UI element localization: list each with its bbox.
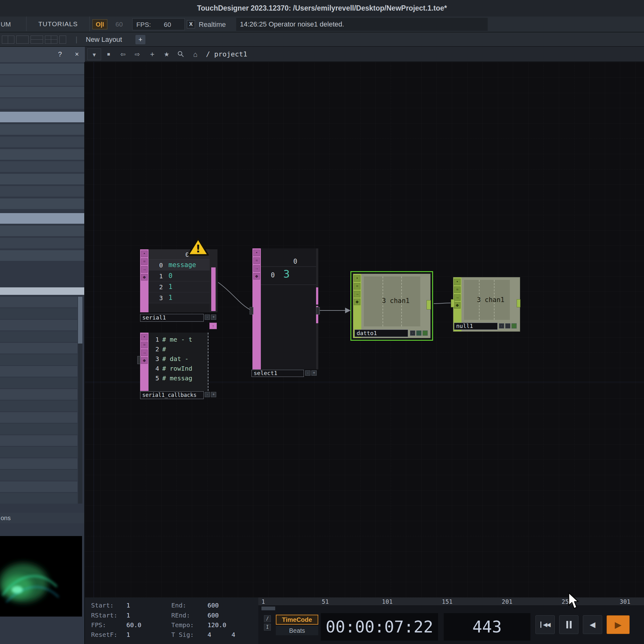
play-reverse-button[interactable]: ◀ [583, 615, 602, 634]
wire-flag-icon[interactable]: ≈ [253, 257, 260, 264]
list-item[interactable] [0, 198, 84, 209]
input-connector[interactable] [451, 299, 455, 307]
scrollbar-thumb[interactable] [78, 297, 82, 344]
pause-button[interactable] [559, 615, 578, 634]
list-item[interactable] [0, 149, 84, 160]
node-serial1[interactable]: • ≈ → ◆ 0 0 message 1 0 2 1 [140, 249, 217, 312]
add-chip-icon[interactable]: + [211, 392, 216, 397]
dat-scroll-rail[interactable] [210, 249, 217, 312]
list-item[interactable] [0, 64, 84, 74]
list-item-selected[interactable] [0, 112, 84, 122]
wire-flag-icon[interactable]: ≈ [454, 286, 461, 293]
list-section-header[interactable] [0, 287, 84, 295]
home-icon[interactable]: ⌂ [188, 48, 202, 60]
search-icon[interactable] [174, 48, 188, 60]
network-path-breadcrumb[interactable]: / project1 [206, 50, 247, 58]
list-item-selected[interactable] [0, 213, 84, 224]
stop-icon[interactable]: ■ [102, 48, 115, 60]
preview-viewport[interactable] [0, 536, 82, 617]
dock-expand-icon[interactable]: ↑ [209, 323, 217, 329]
network-editor[interactable]: • ≈ → ◆ 0 0 message 1 0 2 1 [85, 62, 644, 598]
comment-chip-icon[interactable]: · [305, 370, 310, 376]
field-value[interactable]: 4 [207, 631, 211, 638]
viewer-flag-icon[interactable]: • [354, 275, 360, 282]
list-item[interactable] [0, 75, 84, 86]
wire-flag-icon[interactable]: ≈ [141, 258, 148, 265]
list-item[interactable] [0, 424, 77, 434]
list-item[interactable] [0, 481, 77, 492]
viewer-chip-icon[interactable] [505, 323, 510, 329]
node-name-serial1-callbacks[interactable]: serial1_callbacks [140, 391, 204, 399]
scroll-thumb[interactable] [316, 287, 318, 305]
new-layout-label[interactable]: New Layout [86, 36, 122, 44]
list-item[interactable] [0, 297, 77, 307]
layout-preset-icon[interactable] [59, 36, 66, 44]
list-item[interactable] [0, 343, 77, 354]
list-item[interactable] [0, 412, 77, 423]
add-icon[interactable]: + [145, 48, 159, 60]
field-value[interactable]: 120.0 [207, 621, 226, 629]
list-item[interactable] [0, 320, 77, 330]
input-connector[interactable] [137, 356, 140, 364]
fps-field[interactable]: FPS: 60 [132, 18, 185, 30]
add-layout-button[interactable]: + [135, 35, 145, 44]
field-value[interactable]: 1 [126, 612, 130, 619]
sidebar-scrollbar[interactable] [78, 297, 82, 504]
list-item[interactable] [0, 161, 84, 172]
fps-value[interactable]: 60 [164, 21, 171, 28]
list-item[interactable] [0, 458, 77, 469]
list-item[interactable] [0, 447, 77, 457]
node-name-select1[interactable]: select1 [251, 370, 304, 377]
beats-mode-button[interactable]: Beats [276, 626, 318, 635]
export-flag-icon[interactable]: → [253, 265, 260, 272]
node-serial1-callbacks[interactable]: • ≈ → ◆ 1# me - t 2# 3# dat - 4# rowInd … [140, 333, 208, 391]
back-icon[interactable]: ⇦ [116, 48, 130, 60]
layout-preset-icon[interactable] [45, 36, 57, 44]
list-item[interactable] [0, 331, 77, 342]
warning-icon[interactable]: ! [186, 237, 210, 257]
field-value[interactable]: 4 [232, 631, 235, 638]
timeline-ruler[interactable]: 1 51 101 151 201 251 301 [258, 598, 644, 606]
render-flag-icon[interactable]: ◆ [253, 273, 260, 280]
output-connector[interactable] [517, 299, 520, 307]
export-flag-icon[interactable]: → [141, 266, 148, 273]
output-connector[interactable] [316, 307, 320, 315]
render-flag-icon[interactable]: ◆ [141, 274, 148, 281]
layout-preset-icon[interactable] [16, 36, 29, 44]
forward-icon[interactable]: ⇨ [130, 48, 144, 60]
field-value[interactable]: 1 [126, 602, 130, 609]
wire-flag-icon[interactable]: ≈ [354, 283, 360, 290]
field-value[interactable]: 1 [126, 631, 130, 638]
list-item[interactable] [0, 354, 77, 365]
range-mode-button[interactable]: / [264, 615, 271, 622]
comment-chip-icon[interactable]: · [205, 392, 210, 397]
rewind-to-start-button[interactable]: ◀◀ [535, 615, 555, 634]
play-forward-button[interactable]: ▶ [607, 615, 630, 634]
layout-preset-icon[interactable] [2, 36, 14, 44]
export-flag-icon[interactable]: → [141, 349, 148, 356]
star-icon[interactable]: ★ [160, 48, 173, 60]
comment-chip-icon[interactable]: · [205, 315, 210, 320]
node-null1[interactable]: • ≈ → ◆ 3 chan1 null1 · [453, 277, 520, 332]
dropdown-icon[interactable]: ▾ [87, 48, 101, 60]
list-item[interactable] [0, 366, 77, 377]
viewer-flag-icon[interactable]: • [253, 250, 260, 256]
list-item[interactable] [0, 98, 84, 109]
help-button[interactable]: ? [58, 50, 62, 58]
comment-chip-icon[interactable]: · [410, 330, 415, 336]
oi-toggle-button[interactable]: O|I [92, 19, 107, 29]
field-value[interactable]: 600 [207, 602, 219, 609]
export-flag-icon[interactable]: → [354, 291, 360, 297]
input-connector[interactable] [250, 307, 253, 315]
export-chip-icon[interactable] [511, 323, 517, 329]
wire-flag-icon[interactable]: ≈ [141, 342, 148, 348]
list-item[interactable] [0, 226, 84, 236]
list-item[interactable] [0, 401, 77, 411]
list-item[interactable] [0, 174, 84, 184]
render-flag-icon[interactable]: ◆ [454, 302, 461, 309]
frame-counter-display[interactable]: 443 [444, 613, 530, 641]
list-item[interactable] [0, 493, 77, 504]
node-name-datto1[interactable]: datto1 [354, 329, 408, 337]
list-item[interactable] [0, 470, 77, 481]
render-flag-icon[interactable]: ◆ [141, 357, 148, 364]
